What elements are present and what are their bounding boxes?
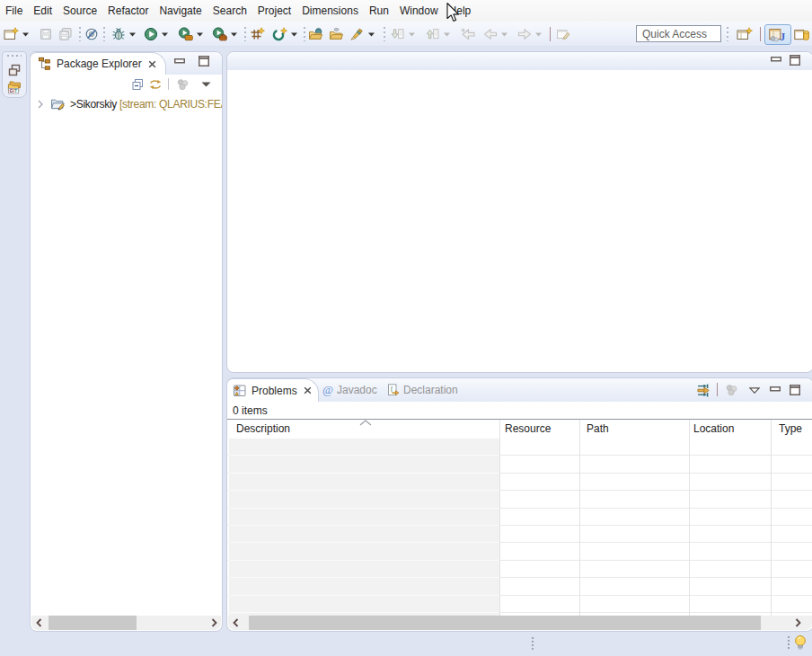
javadoc-tab[interactable]: @ Javadoc xyxy=(322,378,387,402)
next-annotation-button[interactable] xyxy=(391,24,415,44)
menu-source[interactable]: Source xyxy=(57,0,102,22)
save-button[interactable] xyxy=(39,24,53,44)
last-edit-location-button[interactable] xyxy=(460,24,476,44)
view-menu-button[interactable] xyxy=(748,385,761,395)
column-header-type[interactable]: Type xyxy=(779,422,802,435)
open-task-button[interactable] xyxy=(308,24,323,44)
next-annotation-dropdown-icon xyxy=(409,32,415,37)
column-header-location[interactable]: Location xyxy=(693,422,734,435)
view-toolbar-separator xyxy=(168,78,169,90)
view-menu-button[interactable] xyxy=(199,79,212,90)
view-toolbar-separator xyxy=(717,383,718,396)
drag-handle[interactable] xyxy=(7,55,22,57)
column-header-resource[interactable]: Resource xyxy=(505,422,551,435)
link-with-editor-button[interactable] xyxy=(147,77,163,92)
menu-window[interactable]: Window xyxy=(394,0,444,22)
new-java-project-button[interactable] xyxy=(250,24,265,44)
save-all-button[interactable] xyxy=(58,24,73,44)
maximize-view-button[interactable] xyxy=(199,56,209,66)
view-menu-disabled-button[interactable] xyxy=(723,383,739,397)
previous-annotation-button[interactable] xyxy=(426,24,450,44)
git-repositories-button[interactable]: GIT xyxy=(7,80,22,94)
run-tool-button[interactable] xyxy=(178,24,203,44)
menu-dimensions[interactable]: Dimensions xyxy=(296,0,364,22)
scroll-right-button[interactable] xyxy=(207,616,221,630)
external-tools-button[interactable] xyxy=(212,24,237,44)
toolbar-separator xyxy=(244,27,246,41)
minimize-view-button[interactable] xyxy=(770,386,781,392)
pin-editor-button[interactable] xyxy=(556,24,571,44)
sort-ascending-icon xyxy=(359,420,372,426)
column-divider[interactable] xyxy=(771,420,772,616)
scroll-right-button[interactable] xyxy=(790,616,805,630)
menu-navigate[interactable]: Navigate xyxy=(154,0,207,22)
chevron-right-icon xyxy=(795,618,801,627)
problems-tab[interactable]: Problems xyxy=(226,378,319,402)
new-java-class-button[interactable] xyxy=(272,24,297,44)
tree-expand-chevron-icon[interactable] xyxy=(38,100,43,109)
problems-hscrollbar[interactable] xyxy=(228,616,812,630)
new-java-project-icon xyxy=(250,27,265,42)
svg-text:J: J xyxy=(780,30,785,41)
collapse-all-icon xyxy=(131,78,144,91)
minimize-icon xyxy=(770,386,781,392)
skip-all-breakpoints-icon xyxy=(84,27,99,41)
column-divider[interactable] xyxy=(579,420,580,616)
package-explorer-tab[interactable]: Package Explorer xyxy=(30,52,166,75)
highlight-pen-icon xyxy=(349,27,365,41)
drag-handle[interactable] xyxy=(532,637,534,650)
scroll-thumb[interactable] xyxy=(249,616,761,630)
skip-all-breakpoints-button[interactable] xyxy=(84,24,99,44)
tree-item-decoration: [stream: QLARIUS:FEA xyxy=(117,98,222,111)
menu-run[interactable]: Run xyxy=(364,0,394,22)
close-icon[interactable] xyxy=(304,386,312,394)
run-button[interactable] xyxy=(144,24,168,44)
debug-button[interactable] xyxy=(111,24,136,44)
collapse-all-button[interactable] xyxy=(129,77,146,92)
disabled-dots-icon xyxy=(176,78,190,91)
java-perspective-button[interactable]: J xyxy=(764,24,791,45)
filter-button[interactable] xyxy=(693,382,713,398)
project-icon xyxy=(50,97,66,111)
tree-item-sikorskiy[interactable]: >Sikorskiy [stream: QLARIUS:FEA xyxy=(31,95,222,112)
minimize-view-button[interactable] xyxy=(174,58,185,64)
view-menu-disabled-button[interactable] xyxy=(174,77,190,92)
minimized-view-stack: GIT xyxy=(2,51,27,98)
menu-edit[interactable]: Edit xyxy=(28,0,57,22)
package-explorer-hscrollbar[interactable] xyxy=(31,616,221,630)
minimize-editor-button[interactable] xyxy=(771,57,781,62)
scroll-thumb[interactable] xyxy=(49,616,137,630)
forward-icon xyxy=(517,27,532,41)
menu-project[interactable]: Project xyxy=(252,0,296,22)
menu-search[interactable]: Search xyxy=(207,0,252,22)
run-tool-dropdown-icon xyxy=(197,32,203,37)
run-tool-icon xyxy=(178,27,193,41)
column-divider[interactable] xyxy=(499,420,500,616)
disabled-dots-icon xyxy=(725,384,738,396)
column-header-path[interactable]: Path xyxy=(587,422,609,435)
menu-refactor[interactable]: Refactor xyxy=(102,0,154,22)
back-button[interactable] xyxy=(483,24,508,44)
menu-file[interactable]: File xyxy=(0,0,28,22)
maximize-editor-button[interactable] xyxy=(790,55,800,66)
column-divider[interactable] xyxy=(689,420,690,616)
close-icon[interactable] xyxy=(148,60,156,68)
maximize-icon xyxy=(790,385,800,395)
scroll-left-button[interactable] xyxy=(228,616,243,630)
open-resource-button[interactable] xyxy=(329,24,344,44)
restore-view-button[interactable] xyxy=(7,63,22,77)
declaration-tab[interactable]: { Declaration xyxy=(386,378,467,402)
column-header-description[interactable]: Description xyxy=(236,422,290,435)
new-wizard-button[interactable] xyxy=(4,24,29,44)
highlight-pen-button[interactable] xyxy=(349,24,375,44)
drag-handle[interactable] xyxy=(788,636,790,649)
data-perspective-button[interactable] xyxy=(792,24,812,45)
lightbulb-button[interactable] xyxy=(793,634,808,655)
forward-button[interactable] xyxy=(517,24,542,44)
maximize-view-button[interactable] xyxy=(790,385,800,395)
open-perspective-button[interactable] xyxy=(734,24,755,45)
sorted-column-shade xyxy=(229,439,499,616)
javadoc-icon: @ xyxy=(322,383,333,397)
scroll-left-button[interactable] xyxy=(31,616,46,630)
quick-access-input[interactable] xyxy=(636,25,721,42)
